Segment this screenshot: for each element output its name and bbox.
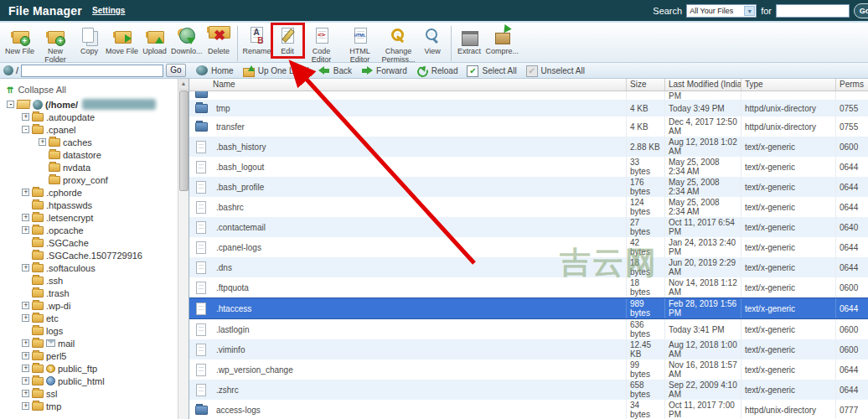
tree-item[interactable]: .SGCache <box>0 236 178 249</box>
tree-item[interactable]: .ssh <box>0 274 178 287</box>
search-go-button[interactable]: Go <box>854 3 868 18</box>
toolbar-button[interactable]: HTML Editor <box>341 25 380 65</box>
tree-item[interactable]: .opcache <box>0 224 178 236</box>
tree-item[interactable]: etc <box>0 312 178 324</box>
expand-toggle[interactable] <box>22 314 29 322</box>
tree-item[interactable]: datastore <box>0 148 178 161</box>
expand-toggle[interactable] <box>7 101 14 108</box>
toolbar-button[interactable]: Extract <box>455 25 484 56</box>
toolbar-button[interactable]: Move File <box>104 25 140 56</box>
table-row[interactable]: .wp_version_change 99 bytes Nov 16, 2018… <box>189 360 868 380</box>
path-input[interactable] <box>21 65 163 77</box>
tree-item[interactable]: .wp-di <box>0 299 178 312</box>
tree-item[interactable]: proxy_conf <box>0 173 178 186</box>
tree-item[interactable]: .htpasswds <box>0 199 178 211</box>
scrollbar-thumb[interactable] <box>179 91 189 191</box>
toolbar-button[interactable]: Copy <box>75 25 104 56</box>
search-input[interactable] <box>776 4 850 18</box>
tree-item[interactable]: .cphorde <box>0 186 178 199</box>
expand-toggle[interactable] <box>22 214 29 221</box>
path-go-button[interactable]: Go <box>166 64 186 77</box>
table-row[interactable]: .lastlogin 636 bytes Today 3:41 PM text/… <box>189 319 868 339</box>
toolbar-button[interactable]: Upload <box>140 25 169 56</box>
tree-item[interactable]: mail <box>0 337 178 349</box>
tree-item[interactable]: tmp <box>0 400 178 412</box>
file-type-icon <box>195 406 208 415</box>
table-row[interactable]: .bash_logout 33 bytes May 25, 2008 2:34 … <box>189 157 868 177</box>
expand-toggle[interactable] <box>22 339 29 347</box>
table-row[interactable]: .bash_history 2.88 KB Aug 12, 2018 1:02 … <box>189 137 868 157</box>
expand-toggle[interactable] <box>22 302 29 309</box>
tree-item[interactable]: .cpanel <box>0 123 178 136</box>
toolbar-button[interactable]: Change Permiss... <box>380 25 418 65</box>
settings-link[interactable]: Settings <box>92 6 125 15</box>
table-row[interactable]: transfer 4 KB Dec 4, 2017 12:50 AM httpd… <box>189 116 868 137</box>
toolbar-button[interactable]: View <box>418 25 447 56</box>
expand-toggle[interactable] <box>22 113 29 121</box>
nav-button[interactable]: Select All <box>467 65 516 76</box>
scroll-up-arrow[interactable]: ▲ <box>178 79 189 90</box>
toolbar-button[interactable]: Delete <box>204 25 234 56</box>
column-header-modified[interactable]: Last Modified (India Sta <box>665 79 741 91</box>
table-row[interactable]: .contactemail 27 bytes Oct 11, 2017 6:54… <box>189 217 868 237</box>
nav-button[interactable]: Reload <box>416 65 458 76</box>
expand-toggle[interactable] <box>22 390 29 397</box>
table-row[interactable]: .bashrc 124 bytes May 25, 2008 2:34 AM t… <box>189 197 868 217</box>
tree-item[interactable]: .trash <box>0 287 178 299</box>
tree-item[interactable]: .letsencrypt <box>0 211 178 224</box>
toolbar-icon <box>422 26 442 46</box>
column-header-perms[interactable]: Perms <box>836 79 868 91</box>
table-row[interactable]: .ftpquota 18 bytes Nov 14, 2018 1:12 AM … <box>189 277 868 297</box>
toolbar-button[interactable]: Downlo... <box>169 25 204 56</box>
toolbar-button[interactable]: New File <box>3 25 36 56</box>
expand-toggle[interactable] <box>22 352 29 360</box>
toolbar-button[interactable]: Code Editor <box>302 25 341 65</box>
table-row[interactable]: access-logs 34 bytes Oct 11, 2017 7:00 P… <box>189 400 868 419</box>
tree-item[interactable]: public_ftp <box>0 362 178 375</box>
table-row[interactable]: .htaccess 989 bytes Feb 28, 2019 1:56 PM… <box>189 297 868 319</box>
expand-toggle[interactable] <box>22 377 29 385</box>
tree-item[interactable]: nvdata <box>0 161 178 173</box>
toolbar-button[interactable]: Compre... <box>484 25 521 56</box>
cell-perms: 0644 <box>836 298 868 318</box>
table-row[interactable]: .zshrc 658 bytes Sep 22, 2009 4:10 AM te… <box>189 380 868 400</box>
column-header-name[interactable]: Name <box>189 79 627 91</box>
table-row[interactable]: .cpanel-logs 42 bytes Jan 24, 2013 2:40 … <box>189 237 868 257</box>
cell-type: text/x-generic <box>741 197 836 217</box>
column-header-size[interactable]: Size <box>627 79 665 91</box>
expand-toggle[interactable] <box>22 365 29 372</box>
expand-toggle[interactable] <box>22 402 29 410</box>
expand-toggle[interactable] <box>22 126 29 133</box>
column-header-type[interactable]: Type <box>741 79 836 91</box>
table-row[interactable]: PM <box>189 91 868 100</box>
tree-item[interactable]: .autoupdate <box>0 111 178 123</box>
tree-item[interactable]: ssl <box>0 387 178 400</box>
nav-button[interactable]: Up One Level <box>243 65 309 76</box>
tree-item[interactable]: .softaculous <box>0 261 178 274</box>
nav-button[interactable]: Home <box>196 65 234 75</box>
toolbar-button[interactable]: New Folder <box>36 25 75 65</box>
toolbar-button[interactable]: Rename <box>241 25 273 56</box>
tree-item[interactable]: logs <box>0 324 178 337</box>
table-row[interactable]: .viminfo 12.45 KB Aug 12, 2018 1:00 AM t… <box>189 339 868 360</box>
collapse-all-button[interactable]: ⇈ Collapse All <box>0 83 178 98</box>
search-scope-select[interactable]: All Your Files ▾ <box>686 4 757 18</box>
nav-button[interactable]: Forward <box>361 65 407 76</box>
tree-item[interactable]: public_html <box>0 375 178 387</box>
nav-button[interactable]: Unselect All <box>526 65 585 76</box>
tree-item[interactable]: perl5 <box>0 349 178 362</box>
tree-item[interactable]: caches <box>0 136 178 148</box>
table-row[interactable]: .bash_profile 176 bytes May 25, 2008 2:3… <box>189 177 868 197</box>
toolbar-button[interactable]: Edit <box>273 25 302 56</box>
nav-button[interactable]: Back <box>318 65 352 76</box>
tree-item[interactable]: .SGCache.1507729916 <box>0 249 178 261</box>
table-row[interactable]: .dns 18 bytes Jun 20, 2019 2:29 AM text/… <box>189 257 868 277</box>
expand-toggle[interactable] <box>22 226 29 234</box>
tree-root-home[interactable]: (/home/ <box>0 98 178 111</box>
sidebar-scrollbar[interactable]: ▲ <box>178 79 189 419</box>
expand-toggle[interactable] <box>39 138 46 146</box>
cell-name: tmp <box>213 100 627 116</box>
table-row[interactable]: tmp 4 KB Today 3:49 PM httpd/unix-direct… <box>189 100 868 116</box>
expand-toggle[interactable] <box>22 189 29 196</box>
expand-toggle[interactable] <box>22 264 29 272</box>
